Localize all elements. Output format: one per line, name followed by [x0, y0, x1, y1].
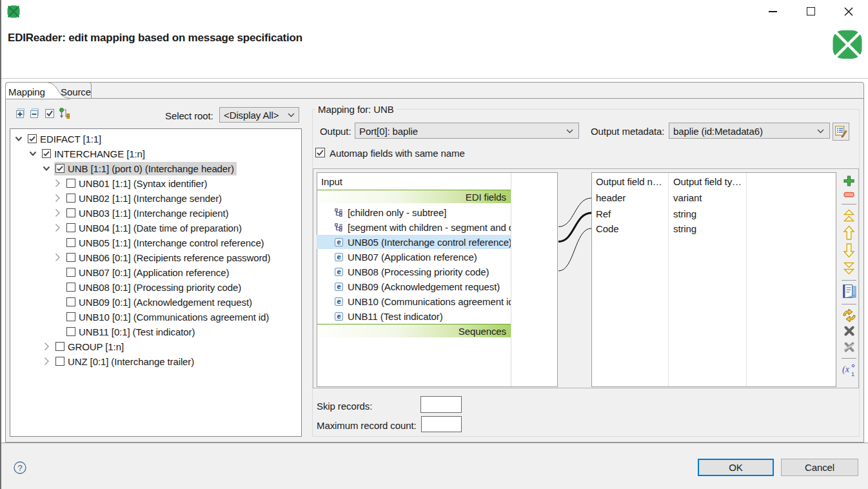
- svg-text:?: ?: [17, 463, 22, 473]
- svg-text:(x: (x: [842, 364, 850, 375]
- svg-text:1: 1: [851, 371, 854, 377]
